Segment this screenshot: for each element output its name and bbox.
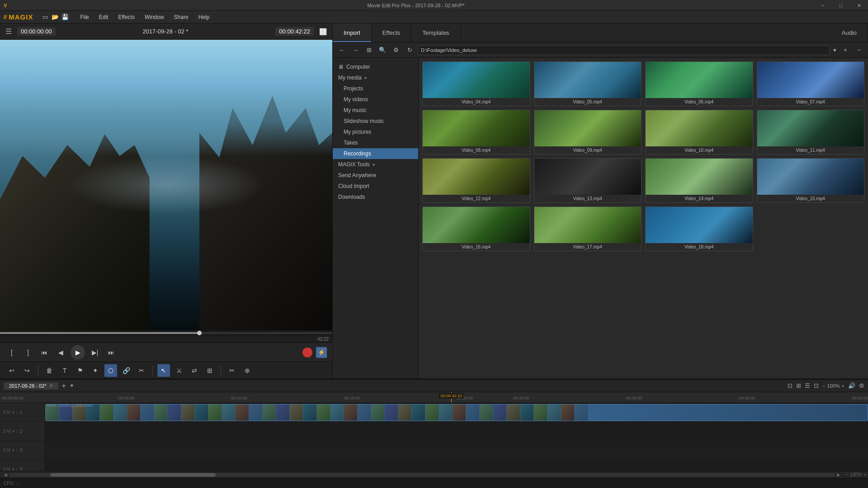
razor-tool[interactable]: ⚔ <box>173 364 185 377</box>
record-button[interactable] <box>302 347 312 357</box>
marker-button[interactable]: ⚑ <box>74 364 86 377</box>
track-fx-4[interactable]: ✦ <box>11 467 15 471</box>
progress-bar[interactable] <box>0 330 332 336</box>
video-clip-1[interactable] <box>45 404 868 421</box>
media-item-v17[interactable]: Video_17.mp4 <box>534 206 642 251</box>
nav-item-my-pictures[interactable]: My pictures <box>333 127 418 137</box>
select-tool[interactable]: ↖ <box>157 364 170 377</box>
zoom-minus-button[interactable]: − <box>822 383 825 389</box>
media-item-v08[interactable]: Video_08.mp4 <box>422 110 530 155</box>
scroll-right-button[interactable]: ▶ <box>835 472 842 478</box>
insert-button[interactable]: ⊕ <box>241 364 254 377</box>
media-item-v09[interactable]: Video_09.mp4 <box>534 110 642 155</box>
timeline-tab-main[interactable]: 2017-09-28 - 02* ✕ <box>4 382 58 389</box>
trim-button[interactable]: ⬡ <box>104 364 117 377</box>
menu-window[interactable]: Window <box>140 13 169 22</box>
scroll-thumb[interactable] <box>50 473 215 477</box>
nav-forward-button[interactable]: → <box>350 45 361 56</box>
tab-effects[interactable]: Effects <box>372 23 412 42</box>
path-input[interactable] <box>418 45 830 55</box>
media-item-v11[interactable]: Video_11.mp4 <box>757 110 865 155</box>
minimize-button[interactable]: ─ <box>814 0 832 11</box>
split-button[interactable]: ✂ <box>226 364 238 377</box>
open-file-icon[interactable]: 📂 <box>51 13 59 21</box>
media-item-v14[interactable]: Video_14.mp4 <box>645 158 753 203</box>
next-frame-button[interactable]: ▶| <box>89 346 101 359</box>
scroll-left-button[interactable]: ◀ <box>2 472 9 478</box>
track-resize-4[interactable]: ↕ <box>16 467 18 471</box>
media-item-v13[interactable]: Video_13.mp4 <box>534 158 642 203</box>
expand-preview-button[interactable]: ⬜ <box>319 28 327 35</box>
title-button[interactable]: T <box>58 364 71 377</box>
redo-button[interactable]: ↪ <box>21 364 33 377</box>
nav-item-slideshow-music[interactable]: Slideshow music <box>333 116 418 127</box>
delete-button[interactable]: 🗑 <box>43 364 56 377</box>
nav-item-projects[interactable]: Projects <box>333 83 418 94</box>
volume-icon[interactable]: 🔊 <box>848 382 855 389</box>
effects-button[interactable]: ✦ <box>89 364 102 377</box>
menu-help[interactable]: Help <box>194 13 214 22</box>
track-fx-2[interactable]: ✦ <box>11 429 15 434</box>
menu-effects[interactable]: Effects <box>113 13 139 22</box>
close-button[interactable]: ✕ <box>850 0 868 11</box>
transition-tool[interactable]: ⊞ <box>203 364 216 377</box>
timeline-ruler[interactable]: 00:00:42:22 00:00:00:00 :00:05:00 :00:10… <box>0 392 868 403</box>
media-item-v07[interactable]: Video_07.mp4 <box>757 61 865 106</box>
move-tool[interactable]: ⇄ <box>188 364 201 377</box>
track-resize-3[interactable]: ↕ <box>16 448 18 453</box>
settings-button[interactable]: ⚙ <box>391 45 401 56</box>
timeline-dropdown-arrow[interactable]: ▼ <box>70 383 74 388</box>
media-item-v16[interactable]: Video_16.mp4 <box>422 206 530 251</box>
nav-item-my-media[interactable]: My media ▾ <box>333 72 418 83</box>
media-item-v04[interactable]: Video_04.mp4 <box>422 61 530 106</box>
add-to-project-button[interactable]: + <box>840 45 851 56</box>
media-item-v18[interactable]: Video_18.mp4 <box>645 206 753 251</box>
menu-share[interactable]: Share <box>170 13 193 22</box>
fit-button[interactable]: ⊡ <box>814 382 819 389</box>
multitrack-view-button[interactable]: ☰ <box>805 382 810 389</box>
path-dropdown-arrow[interactable]: ▼ <box>832 47 837 53</box>
search-button[interactable]: 🔍 <box>377 45 388 56</box>
settings-timeline-button[interactable]: ⚙ <box>859 382 864 389</box>
nav-item-my-music[interactable]: My music <box>333 105 418 116</box>
new-file-icon[interactable]: ▭ <box>41 13 49 21</box>
media-item-v05[interactable]: Video_05.mp4 <box>534 61 642 106</box>
zoom-out-button[interactable]: − <box>846 472 849 477</box>
nav-item-recordings[interactable]: Recordings <box>333 148 418 159</box>
grid-view-button[interactable]: ⊞ <box>363 45 374 56</box>
tab-import[interactable]: Import <box>333 23 372 42</box>
storyboard-view-button[interactable]: ⊡ <box>788 382 793 389</box>
nav-item-my-videos[interactable]: My videos <box>333 94 418 105</box>
mark-out-button[interactable]: ] <box>22 346 34 359</box>
nav-back-button[interactable]: ← <box>336 45 347 56</box>
media-item-v06[interactable]: Video_06.mp4 <box>645 61 753 106</box>
goto-start-button[interactable]: ⏮ <box>38 346 51 359</box>
smart-renderer-button[interactable]: ⚡ <box>316 347 327 358</box>
nav-item-downloads[interactable]: Downloads <box>333 192 418 202</box>
track-effects-icon[interactable]: ✦ <box>11 410 15 415</box>
tab-audio[interactable]: Audio <box>831 23 868 42</box>
nav-item-takes[interactable]: Takes <box>333 137 418 148</box>
unlink-button[interactable]: ✂ <box>135 364 148 377</box>
menu-file[interactable]: File <box>75 13 93 22</box>
nav-item-cloud-import[interactable]: Cloud Import <box>333 181 418 192</box>
timecode-left[interactable]: 00:00:00:00 <box>17 27 56 36</box>
track-resize-icon[interactable]: ↕ <box>16 410 18 415</box>
media-item-v12[interactable]: Video_12.mp4 <box>422 158 530 203</box>
save-file-icon[interactable]: 💾 <box>61 13 69 21</box>
goto-end-button[interactable]: ⏭ <box>105 346 118 359</box>
link-button[interactable]: 🔗 <box>120 364 132 377</box>
zoom-plus-button[interactable]: + <box>842 383 844 389</box>
media-item-v15[interactable]: Video_15.mp4 <box>757 158 865 203</box>
remove-button[interactable]: − <box>854 45 864 56</box>
nav-item-magix-tools[interactable]: MAGIX Tools ▾ <box>333 159 418 170</box>
timeline-scrollbar[interactable]: ◀ ▶ − 100% + <box>0 471 868 478</box>
track-resize-2[interactable]: ↕ <box>16 429 18 434</box>
prev-frame-button[interactable]: ◀ <box>54 346 67 359</box>
progress-handle[interactable] <box>197 331 202 335</box>
menu-edit[interactable]: Edit <box>94 13 113 22</box>
zoom-in-button[interactable]: + <box>863 472 866 477</box>
nav-item-send-anywhere[interactable]: Send Anywhere <box>333 170 418 181</box>
track-fx-3[interactable]: ✦ <box>11 448 15 453</box>
media-item-v10[interactable]: Video_10.mp4 <box>645 110 753 155</box>
